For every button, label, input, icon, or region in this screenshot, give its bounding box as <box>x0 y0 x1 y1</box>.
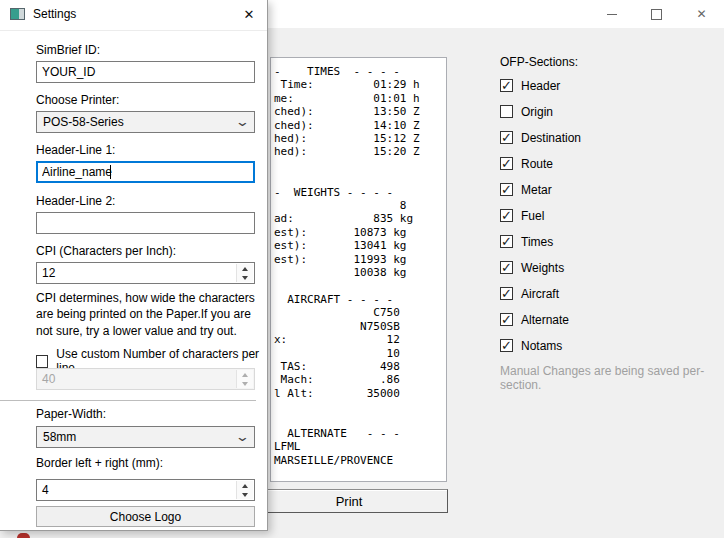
arrow-up-icon <box>242 373 248 377</box>
header-line-1-label: Header-Line 1: <box>36 143 115 157</box>
arrow-up-icon <box>242 484 248 488</box>
cpi-stepper[interactable]: 12 <box>36 262 255 284</box>
checkbox-origin[interactable] <box>500 105 513 118</box>
border-mm-label: Border left + right (mm): <box>36 456 163 470</box>
arrow-down-icon <box>242 493 248 497</box>
ofp-section-header[interactable]: ✓ Header <box>500 79 581 92</box>
checkbox-label: Header <box>521 79 560 93</box>
ofp-section-fuel[interactable]: ✓ Fuel <box>500 209 581 222</box>
stepper-buttons <box>236 370 253 388</box>
checkbox-header[interactable]: ✓ <box>500 79 513 92</box>
chevron-down-icon: ⌄ <box>235 433 250 441</box>
ofp-preview-text: - TIMES - - - - Time: 01:29 h me: 01:01 … <box>271 58 446 467</box>
ofp-section-notams[interactable]: ✓ Notams <box>500 339 581 352</box>
stepper-buttons <box>236 264 253 282</box>
checkbox-notams[interactable]: ✓ <box>500 339 513 352</box>
checkbox-route[interactable]: ✓ <box>500 157 513 170</box>
settings-dialog-titlebar[interactable]: Settings ✕ <box>0 0 267 31</box>
stepper-up-button <box>237 370 253 379</box>
ofp-sections-note: Manual Changes are being saved per-secti… <box>500 364 724 392</box>
ofp-section-destination[interactable]: ✓ Destination <box>500 131 581 144</box>
checkbox-times[interactable]: ✓ <box>500 235 513 248</box>
minimize-icon <box>607 14 617 15</box>
paper-width-select[interactable]: 58mm ⌄ <box>36 426 255 448</box>
chevron-down-icon: ⌄ <box>235 118 250 126</box>
ofp-section-origin[interactable]: Origin <box>500 105 581 118</box>
close-icon: ✕ <box>244 7 255 22</box>
logo-fragment <box>17 533 30 538</box>
stepper-up-button[interactable] <box>237 481 253 490</box>
ofp-section-times[interactable]: ✓ Times <box>500 235 581 248</box>
minimize-button[interactable] <box>589 0 634 28</box>
printer-selected-value: POS-58-Series <box>43 115 124 129</box>
arrow-up-icon <box>242 267 248 271</box>
settings-dialog-title: Settings <box>33 7 76 21</box>
checkbox-label: Weights <box>521 261 564 275</box>
checkbox-metar[interactable]: ✓ <box>500 183 513 196</box>
checkbox-fuel[interactable]: ✓ <box>500 209 513 222</box>
arrow-down-icon <box>242 276 248 280</box>
cpi-label: CPI (Characters per Inch): <box>36 244 176 258</box>
settings-dialog: Settings ✕ SimBrief ID: Choose Printer: … <box>0 0 268 531</box>
stepper-buttons <box>236 481 253 499</box>
checkbox-label: Route <box>521 157 553 171</box>
checkbox-label: Aircraft <box>521 287 559 301</box>
text-caret <box>110 165 111 179</box>
ofp-section-route[interactable]: ✓ Route <box>500 157 581 170</box>
checkbox-destination[interactable]: ✓ <box>500 131 513 144</box>
stepper-down-button[interactable] <box>237 490 253 499</box>
printer-select[interactable]: POS-58-Series ⌄ <box>36 111 255 133</box>
print-button[interactable]: Print <box>250 489 448 513</box>
checkbox-label: Alternate <box>521 313 569 327</box>
border-mm-value: 4 <box>42 483 49 497</box>
custom-chars-stepper: 40 <box>36 368 255 390</box>
close-button[interactable]: ✕ <box>679 0 724 28</box>
custom-chars-checkbox[interactable] <box>36 355 48 368</box>
print-button-label: Print <box>336 494 363 509</box>
ofp-sections-title: OFP-Sections: <box>500 55 578 69</box>
maximize-icon <box>651 9 662 20</box>
checkbox-aircraft[interactable]: ✓ <box>500 287 513 300</box>
ofp-sections-list: ✓ Header Origin ✓ Destination ✓ Route ✓ … <box>500 79 581 352</box>
ofp-section-aircraft[interactable]: ✓ Aircraft <box>500 287 581 300</box>
header-line-1-input[interactable] <box>36 161 255 183</box>
choose-logo-label: Choose Logo <box>110 510 181 524</box>
stepper-down-button <box>237 379 253 388</box>
cpi-help-text: CPI determines, how wide the characters … <box>36 290 262 339</box>
choose-logo-button[interactable]: Choose Logo <box>36 506 255 527</box>
checkbox-label: Notams <box>521 339 562 353</box>
paper-width-selected-value: 58mm <box>43 430 76 444</box>
simbrief-id-label: SimBrief ID: <box>36 43 100 57</box>
ofp-section-weights[interactable]: ✓ Weights <box>500 261 581 274</box>
checkbox-alternate[interactable]: ✓ <box>500 313 513 326</box>
ofp-section-metar[interactable]: ✓ Metar <box>500 183 581 196</box>
app-icon <box>10 8 25 20</box>
ofp-preview-textarea[interactable]: - TIMES - - - - Time: 01:29 h me: 01:01 … <box>270 57 447 482</box>
header-line-2-input[interactable] <box>36 212 255 234</box>
settings-close-button[interactable]: ✕ <box>235 2 263 26</box>
checkbox-label: Destination <box>521 131 581 145</box>
header-line-2-label: Header-Line 2: <box>36 194 115 208</box>
stepper-down-button[interactable] <box>237 273 253 282</box>
arrow-down-icon <box>242 382 248 386</box>
cpi-value: 12 <box>42 266 55 280</box>
window-controls: ✕ <box>589 0 724 28</box>
close-icon: ✕ <box>696 8 706 20</box>
maximize-button[interactable] <box>634 0 679 28</box>
simbrief-id-input[interactable] <box>36 61 255 83</box>
ofp-section-alternate[interactable]: ✓ Alternate <box>500 313 581 326</box>
section-divider <box>0 400 256 401</box>
checkbox-label: Metar <box>521 183 552 197</box>
checkbox-label: Times <box>521 235 553 249</box>
checkbox-label: Origin <box>521 105 553 119</box>
stepper-up-button[interactable] <box>237 264 253 273</box>
checkbox-label: Fuel <box>521 209 544 223</box>
border-mm-stepper[interactable]: 4 <box>36 479 255 501</box>
checkbox-weights[interactable]: ✓ <box>500 261 513 274</box>
paper-width-label: Paper-Width: <box>36 407 106 421</box>
custom-chars-value: 40 <box>42 372 55 386</box>
printer-label: Choose Printer: <box>36 93 119 107</box>
